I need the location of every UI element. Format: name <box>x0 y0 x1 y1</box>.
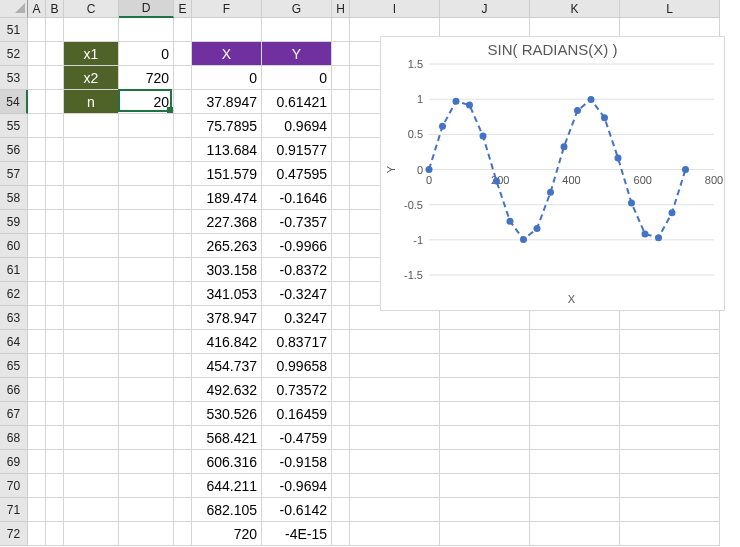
row-header-62[interactable]: 62 <box>0 282 28 306</box>
col-header-E[interactable]: E <box>174 0 192 18</box>
col-header-C[interactable]: C <box>64 0 119 18</box>
cell-G62[interactable]: -0.3247 <box>262 282 332 306</box>
cell-L65[interactable] <box>620 354 720 378</box>
cell-G58[interactable]: -0.1646 <box>262 186 332 210</box>
cell-D70[interactable] <box>119 474 174 498</box>
cell-G71[interactable]: -0.6142 <box>262 498 332 522</box>
cell-D56[interactable] <box>119 138 174 162</box>
cell-F53[interactable]: 0 <box>192 66 262 90</box>
col-header-D[interactable]: D <box>119 0 174 18</box>
cell-H57[interactable] <box>332 162 350 186</box>
cell-G60[interactable]: -0.9966 <box>262 234 332 258</box>
cell-D59[interactable] <box>119 210 174 234</box>
row-header-59[interactable]: 59 <box>0 210 28 234</box>
cell-H59[interactable] <box>332 210 350 234</box>
cell-E59[interactable] <box>174 210 192 234</box>
cell-K65[interactable] <box>530 354 620 378</box>
cell-L66[interactable] <box>620 378 720 402</box>
cell-F54[interactable]: 37.8947 <box>192 90 262 114</box>
cell-C64[interactable] <box>64 330 119 354</box>
row-header-54[interactable]: 54 <box>0 90 28 114</box>
cell-E55[interactable] <box>174 114 192 138</box>
cell-E68[interactable] <box>174 426 192 450</box>
cell-C70[interactable] <box>64 474 119 498</box>
cell-G72[interactable]: -4E-15 <box>262 522 332 546</box>
cell-I67[interactable] <box>350 402 440 426</box>
cell-C65[interactable] <box>64 354 119 378</box>
cell-C62[interactable] <box>64 282 119 306</box>
cell-D54[interactable]: 20 <box>119 90 174 114</box>
cell-G56[interactable]: 0.91577 <box>262 138 332 162</box>
cell-K64[interactable] <box>530 330 620 354</box>
cell-C57[interactable] <box>64 162 119 186</box>
cell-G70[interactable]: -0.9694 <box>262 474 332 498</box>
cell-D67[interactable] <box>119 402 174 426</box>
cell-A69[interactable] <box>28 450 46 474</box>
cell-K72[interactable] <box>530 522 620 546</box>
col-header-B[interactable]: B <box>46 0 64 18</box>
cell-A68[interactable] <box>28 426 46 450</box>
cell-H67[interactable] <box>332 402 350 426</box>
cell-C61[interactable] <box>64 258 119 282</box>
cell-J65[interactable] <box>440 354 530 378</box>
row-header-64[interactable]: 64 <box>0 330 28 354</box>
cell-F56[interactable]: 113.684 <box>192 138 262 162</box>
cell-E58[interactable] <box>174 186 192 210</box>
cell-E52[interactable] <box>174 42 192 66</box>
cell-D61[interactable] <box>119 258 174 282</box>
cell-F67[interactable]: 530.526 <box>192 402 262 426</box>
cell-I68[interactable] <box>350 426 440 450</box>
cell-C69[interactable] <box>64 450 119 474</box>
cell-G68[interactable]: -0.4759 <box>262 426 332 450</box>
cell-F64[interactable]: 416.842 <box>192 330 262 354</box>
cell-B52[interactable] <box>46 42 64 66</box>
cell-A54[interactable] <box>28 90 46 114</box>
cell-A64[interactable] <box>28 330 46 354</box>
cell-K69[interactable] <box>530 450 620 474</box>
cell-J66[interactable] <box>440 378 530 402</box>
cell-A51[interactable] <box>28 18 46 42</box>
cell-G52[interactable]: Y <box>262 42 332 66</box>
col-header-A[interactable]: A <box>28 0 46 18</box>
cell-H68[interactable] <box>332 426 350 450</box>
cell-A71[interactable] <box>28 498 46 522</box>
cell-J68[interactable] <box>440 426 530 450</box>
cell-E54[interactable] <box>174 90 192 114</box>
cell-E53[interactable] <box>174 66 192 90</box>
cell-H52[interactable] <box>332 42 350 66</box>
cell-J67[interactable] <box>440 402 530 426</box>
cell-B62[interactable] <box>46 282 64 306</box>
cell-H70[interactable] <box>332 474 350 498</box>
cell-I66[interactable] <box>350 378 440 402</box>
cell-E72[interactable] <box>174 522 192 546</box>
cell-D66[interactable] <box>119 378 174 402</box>
cell-B56[interactable] <box>46 138 64 162</box>
cell-B68[interactable] <box>46 426 64 450</box>
row-header-58[interactable]: 58 <box>0 186 28 210</box>
cell-L70[interactable] <box>620 474 720 498</box>
cell-H51[interactable] <box>332 18 350 42</box>
cell-C55[interactable] <box>64 114 119 138</box>
cell-B67[interactable] <box>46 402 64 426</box>
row-header-66[interactable]: 66 <box>0 378 28 402</box>
cell-G69[interactable]: -0.9158 <box>262 450 332 474</box>
cell-L68[interactable] <box>620 426 720 450</box>
cell-H71[interactable] <box>332 498 350 522</box>
cell-H60[interactable] <box>332 234 350 258</box>
cell-B65[interactable] <box>46 354 64 378</box>
cell-C72[interactable] <box>64 522 119 546</box>
select-all-corner[interactable] <box>0 0 28 18</box>
cell-C53[interactable]: x2 <box>64 66 119 90</box>
cell-I72[interactable] <box>350 522 440 546</box>
cell-G59[interactable]: -0.7357 <box>262 210 332 234</box>
row-header-55[interactable]: 55 <box>0 114 28 138</box>
cell-F72[interactable]: 720 <box>192 522 262 546</box>
cell-D60[interactable] <box>119 234 174 258</box>
cell-A58[interactable] <box>28 186 46 210</box>
cell-H61[interactable] <box>332 258 350 282</box>
row-header-68[interactable]: 68 <box>0 426 28 450</box>
cell-H63[interactable] <box>332 306 350 330</box>
cell-B70[interactable] <box>46 474 64 498</box>
cell-C56[interactable] <box>64 138 119 162</box>
cell-C71[interactable] <box>64 498 119 522</box>
